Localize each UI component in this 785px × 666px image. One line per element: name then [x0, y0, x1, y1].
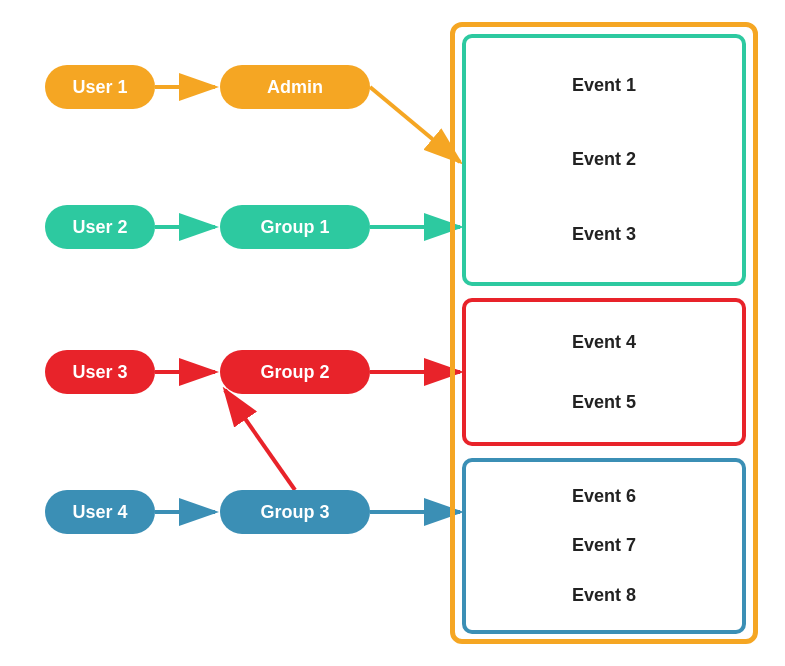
user3-pill: User 3	[45, 350, 155, 394]
event8-label: Event 8	[572, 585, 636, 606]
user1-pill: User 1	[45, 65, 155, 109]
group3-pill: Group 3	[220, 490, 370, 534]
admin-pill: Admin	[220, 65, 370, 109]
event1-label: Event 1	[572, 75, 636, 96]
diagram: Event 1 Event 2 Event 3 Event 4 Event 5 …	[0, 0, 785, 666]
group2-pill: Group 2	[220, 350, 370, 394]
event-box-red: Event 4 Event 5	[462, 298, 746, 446]
user4-pill: User 4	[45, 490, 155, 534]
event-box-blue: Event 6 Event 7 Event 8	[462, 458, 746, 634]
user2-pill: User 2	[45, 205, 155, 249]
event3-label: Event 3	[572, 224, 636, 245]
event-box-teal: Event 1 Event 2 Event 3	[462, 34, 746, 286]
event4-label: Event 4	[572, 332, 636, 353]
svg-line-13	[225, 390, 295, 490]
event2-label: Event 2	[572, 149, 636, 170]
event7-label: Event 7	[572, 535, 636, 556]
event6-label: Event 6	[572, 486, 636, 507]
event5-label: Event 5	[572, 392, 636, 413]
group1-pill: Group 1	[220, 205, 370, 249]
svg-line-6	[370, 87, 460, 162]
